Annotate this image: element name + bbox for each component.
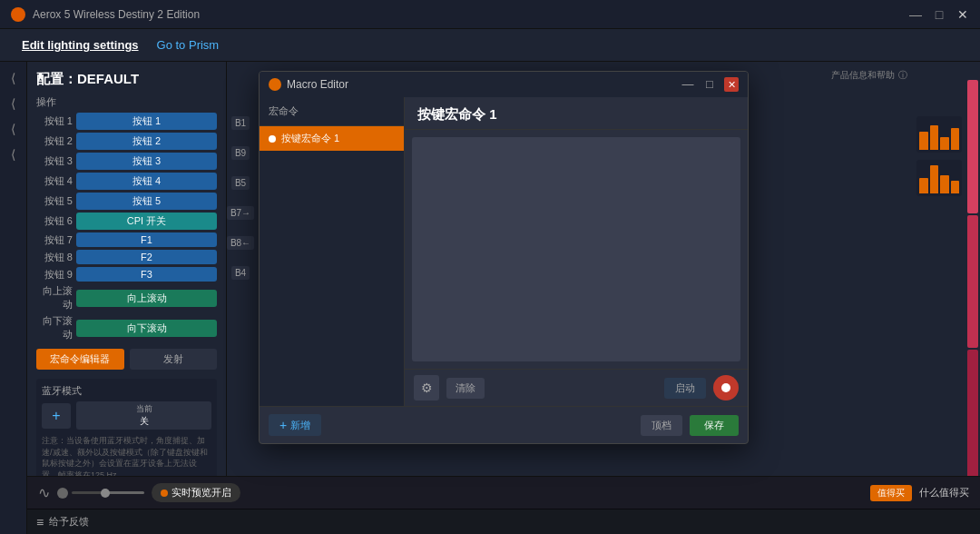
modal-maximize-button[interactable]: □	[702, 77, 717, 92]
header-nav: Edit lighting settings Go to Prism	[0, 29, 980, 62]
modal-minimize-button[interactable]: —	[681, 77, 695, 92]
modal-app-icon	[269, 78, 281, 91]
modal-titlebar: Macro Editor — □ ✕	[260, 72, 748, 97]
macro-list-panel: 宏命令 按键宏命令 1	[260, 97, 405, 406]
close-button[interactable]: ✕	[956, 8, 969, 21]
modal-body: 宏命令 按键宏命令 1 按键宏命令 1 ⚙	[260, 97, 748, 406]
macro-editor-panel: 按键宏命令 1 ⚙ 清除 启动	[405, 97, 748, 406]
record-dot	[721, 383, 730, 392]
title-bar: Aerox 5 Wireless Destiny 2 Edition — □ ✕	[0, 0, 980, 29]
macro-list-header: 宏命令	[260, 97, 404, 126]
left-sidebar: ⟨ ⟨ ⟨ ⟨	[0, 62, 27, 534]
minimize-button[interactable]: —	[909, 8, 922, 21]
macro-editor-modal: Macro Editor — □ ✕ 宏命令	[259, 71, 749, 444]
add-macro-button[interactable]: + 新增	[269, 414, 321, 436]
app-icon	[11, 7, 25, 22]
modal-footer: + 新增 顶档 保存	[260, 406, 748, 443]
modal-title-text: Macro Editor	[287, 78, 348, 91]
modal-title-area: Macro Editor	[269, 78, 348, 91]
window-title: Aerox 5 Wireless Destiny 2 Edition	[33, 8, 200, 21]
save-button[interactable]: 保存	[690, 415, 739, 436]
macro-list-dot-1	[269, 135, 276, 143]
macro-list-item-1[interactable]: 按键宏命令 1	[260, 126, 404, 151]
delete-button[interactable]: 清除	[446, 378, 485, 399]
window-controls: — □ ✕	[909, 8, 969, 21]
modal-controls: — □ ✕	[681, 77, 739, 92]
gear-settings-button[interactable]: ⚙	[414, 375, 439, 400]
start-button[interactable]: 启动	[664, 378, 706, 399]
sidebar-icon-1[interactable]: ⟨	[5, 71, 23, 89]
maximize-button[interactable]: □	[933, 8, 946, 21]
add-label: 新增	[290, 419, 310, 432]
edit-lighting-link[interactable]: Edit lighting settings	[15, 35, 146, 55]
content-area: 配置：DEFAULT 操作 按钮 1 按钮 1 按钮 2 按钮 2 按钮 3 按…	[27, 62, 980, 534]
go-to-prism-link[interactable]: Go to Prism	[150, 35, 227, 55]
sidebar-icon-3[interactable]: ⟨	[5, 122, 23, 140]
macro-editor-header: 按键宏命令 1	[405, 97, 748, 130]
main-layout: ⟨ ⟨ ⟨ ⟨ 配置：DEFAULT 操作 按钮 1 按钮 1 按钮 2 按钮 …	[0, 62, 980, 534]
macro-editor-footer: ⚙ 清除 启动	[405, 369, 748, 406]
modal-close-button[interactable]: ✕	[724, 77, 739, 92]
record-button[interactable]	[713, 375, 739, 400]
reset-button[interactable]: 顶档	[641, 415, 682, 436]
macro-editor-content	[412, 137, 740, 361]
modal-overlay: Macro Editor — □ ✕ 宏命令	[27, 62, 980, 534]
macro-list-item-label-1: 按键宏命令 1	[281, 132, 339, 145]
sidebar-icon-4[interactable]: ⟨	[5, 147, 23, 165]
sidebar-icon-2[interactable]: ⟨	[5, 96, 23, 114]
plus-icon: +	[279, 418, 287, 432]
